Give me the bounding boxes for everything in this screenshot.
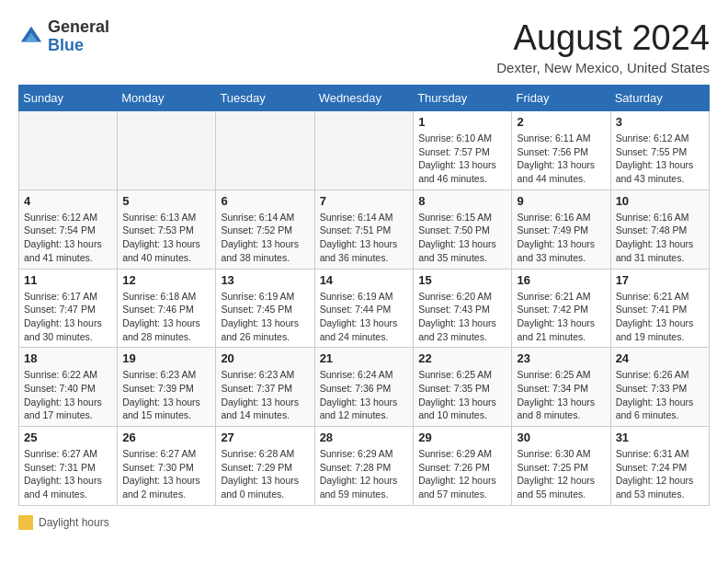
calendar-cell: 29Sunrise: 6:29 AMSunset: 7:26 PMDayligh…: [414, 427, 512, 506]
day-info: Sunrise: 6:29 AMSunset: 7:28 PMDaylight:…: [320, 447, 409, 501]
day-number: 15: [418, 273, 506, 287]
calendar-week-row: 11Sunrise: 6:17 AMSunset: 7:47 PMDayligh…: [19, 269, 710, 348]
calendar-week-row: 4Sunrise: 6:12 AMSunset: 7:54 PMDaylight…: [19, 190, 710, 269]
calendar-week-row: 18Sunrise: 6:22 AMSunset: 7:40 PMDayligh…: [19, 348, 710, 427]
title-area: August 2024 Dexter, New Mexico, United S…: [496, 18, 710, 75]
day-info: Sunrise: 6:13 AMSunset: 7:53 PMDaylight:…: [122, 211, 210, 265]
day-info: Sunrise: 6:23 AMSunset: 7:39 PMDaylight:…: [122, 368, 210, 422]
day-info: Sunrise: 6:29 AMSunset: 7:26 PMDaylight:…: [418, 447, 506, 501]
calendar-day-header: Thursday: [414, 86, 512, 111]
calendar-cell: 12Sunrise: 6:18 AMSunset: 7:46 PMDayligh…: [118, 269, 216, 348]
day-info: Sunrise: 6:16 AMSunset: 7:48 PMDaylight:…: [616, 211, 704, 265]
location: Dexter, New Mexico, United States: [496, 60, 710, 75]
calendar-week-row: 25Sunrise: 6:27 AMSunset: 7:31 PMDayligh…: [19, 427, 710, 506]
day-info: Sunrise: 6:23 AMSunset: 7:37 PMDaylight:…: [221, 368, 309, 422]
logo-icon: [18, 24, 44, 50]
calendar-cell: 14Sunrise: 6:19 AMSunset: 7:44 PMDayligh…: [314, 269, 414, 348]
day-info: Sunrise: 6:20 AMSunset: 7:43 PMDaylight:…: [418, 290, 506, 344]
calendar-cell: 28Sunrise: 6:29 AMSunset: 7:28 PMDayligh…: [314, 427, 414, 506]
day-info: Sunrise: 6:28 AMSunset: 7:29 PMDaylight:…: [221, 447, 309, 501]
calendar-day-header: Tuesday: [216, 86, 314, 111]
day-info: Sunrise: 6:12 AMSunset: 7:54 PMDaylight:…: [24, 211, 112, 265]
day-number: 11: [24, 273, 112, 287]
day-number: 20: [221, 351, 309, 365]
day-number: 28: [320, 431, 409, 444]
day-number: 25: [24, 431, 112, 444]
day-number: 9: [517, 194, 605, 208]
day-info: Sunrise: 6:21 AMSunset: 7:42 PMDaylight:…: [517, 290, 605, 344]
day-info: Sunrise: 6:19 AMSunset: 7:45 PMDaylight:…: [221, 290, 309, 344]
calendar-cell: 10Sunrise: 6:16 AMSunset: 7:48 PMDayligh…: [610, 190, 709, 269]
day-number: 17: [616, 273, 704, 287]
day-info: Sunrise: 6:16 AMSunset: 7:49 PMDaylight:…: [517, 211, 605, 265]
calendar-cell: [19, 111, 118, 190]
calendar-week-row: 1Sunrise: 6:10 AMSunset: 7:57 PMDaylight…: [19, 111, 710, 190]
calendar-cell: 25Sunrise: 6:27 AMSunset: 7:31 PMDayligh…: [19, 427, 118, 506]
day-info: Sunrise: 6:27 AMSunset: 7:30 PMDaylight:…: [122, 447, 210, 501]
day-info: Sunrise: 6:22 AMSunset: 7:40 PMDaylight:…: [24, 368, 112, 422]
calendar-cell: 5Sunrise: 6:13 AMSunset: 7:53 PMDaylight…: [118, 190, 216, 269]
daylight-label: Daylight hours: [39, 516, 109, 529]
day-number: 23: [517, 351, 605, 365]
calendar-cell: [118, 111, 216, 190]
calendar-cell: 18Sunrise: 6:22 AMSunset: 7:40 PMDayligh…: [19, 348, 118, 427]
day-info: Sunrise: 6:19 AMSunset: 7:44 PMDaylight:…: [320, 290, 409, 344]
day-number: 21: [320, 351, 409, 365]
calendar-day-header: Friday: [512, 86, 610, 111]
day-info: Sunrise: 6:30 AMSunset: 7:25 PMDaylight:…: [517, 447, 605, 501]
day-number: 29: [418, 431, 506, 444]
day-number: 6: [221, 194, 309, 208]
day-info: Sunrise: 6:27 AMSunset: 7:31 PMDaylight:…: [24, 447, 112, 501]
calendar-cell: 3Sunrise: 6:12 AMSunset: 7:55 PMDaylight…: [610, 111, 709, 190]
calendar-cell: 30Sunrise: 6:30 AMSunset: 7:25 PMDayligh…: [512, 427, 610, 506]
calendar-cell: 27Sunrise: 6:28 AMSunset: 7:29 PMDayligh…: [216, 427, 314, 506]
day-number: 19: [122, 351, 210, 365]
calendar-cell: 9Sunrise: 6:16 AMSunset: 7:49 PMDaylight…: [512, 190, 610, 269]
daylight-box-icon: [18, 515, 33, 530]
calendar-cell: 2Sunrise: 6:11 AMSunset: 7:56 PMDaylight…: [512, 111, 610, 190]
day-number: 8: [418, 194, 506, 208]
day-number: 3: [616, 115, 704, 129]
day-info: Sunrise: 6:14 AMSunset: 7:52 PMDaylight:…: [221, 211, 309, 265]
calendar-cell: [314, 111, 414, 190]
day-number: 18: [24, 351, 112, 365]
day-number: 30: [517, 431, 605, 444]
day-info: Sunrise: 6:25 AMSunset: 7:35 PMDaylight:…: [418, 368, 506, 422]
day-info: Sunrise: 6:26 AMSunset: 7:33 PMDaylight:…: [616, 368, 704, 422]
calendar-header-row: SundayMondayTuesdayWednesdayThursdayFrid…: [19, 86, 710, 111]
day-number: 27: [221, 431, 309, 444]
day-number: 7: [320, 194, 409, 208]
day-info: Sunrise: 6:12 AMSunset: 7:55 PMDaylight:…: [616, 132, 704, 186]
day-info: Sunrise: 6:25 AMSunset: 7:34 PMDaylight:…: [517, 368, 605, 422]
calendar-cell: 21Sunrise: 6:24 AMSunset: 7:36 PMDayligh…: [314, 348, 414, 427]
calendar-cell: 11Sunrise: 6:17 AMSunset: 7:47 PMDayligh…: [19, 269, 118, 348]
calendar-day-header: Wednesday: [314, 86, 414, 111]
calendar-day-header: Monday: [118, 86, 216, 111]
calendar-cell: 16Sunrise: 6:21 AMSunset: 7:42 PMDayligh…: [512, 269, 610, 348]
day-number: 26: [122, 431, 210, 444]
day-info: Sunrise: 6:21 AMSunset: 7:41 PMDaylight:…: [616, 290, 704, 344]
calendar-cell: 19Sunrise: 6:23 AMSunset: 7:39 PMDayligh…: [118, 348, 216, 427]
day-info: Sunrise: 6:14 AMSunset: 7:51 PMDaylight:…: [320, 211, 409, 265]
calendar-cell: 23Sunrise: 6:25 AMSunset: 7:34 PMDayligh…: [512, 348, 610, 427]
page-header: General Blue August 2024 Dexter, New Mex…: [18, 18, 710, 75]
calendar-cell: 20Sunrise: 6:23 AMSunset: 7:37 PMDayligh…: [216, 348, 314, 427]
day-number: 16: [517, 273, 605, 287]
day-info: Sunrise: 6:31 AMSunset: 7:24 PMDaylight:…: [616, 447, 704, 501]
calendar-day-header: Saturday: [610, 86, 709, 111]
calendar-cell: 17Sunrise: 6:21 AMSunset: 7:41 PMDayligh…: [610, 269, 709, 348]
day-number: 12: [122, 273, 210, 287]
calendar-cell: 8Sunrise: 6:15 AMSunset: 7:50 PMDaylight…: [414, 190, 512, 269]
logo: General Blue: [18, 18, 109, 55]
day-number: 24: [616, 351, 704, 365]
day-info: Sunrise: 6:24 AMSunset: 7:36 PMDaylight:…: [320, 368, 409, 422]
calendar-cell: 15Sunrise: 6:20 AMSunset: 7:43 PMDayligh…: [414, 269, 512, 348]
day-info: Sunrise: 6:10 AMSunset: 7:57 PMDaylight:…: [418, 132, 506, 186]
day-info: Sunrise: 6:18 AMSunset: 7:46 PMDaylight:…: [122, 290, 210, 344]
calendar-cell: 6Sunrise: 6:14 AMSunset: 7:52 PMDaylight…: [216, 190, 314, 269]
day-number: 10: [616, 194, 704, 208]
day-info: Sunrise: 6:17 AMSunset: 7:47 PMDaylight:…: [24, 290, 112, 344]
day-info: Sunrise: 6:11 AMSunset: 7:56 PMDaylight:…: [517, 132, 605, 186]
day-number: 22: [418, 351, 506, 365]
calendar-cell: 1Sunrise: 6:10 AMSunset: 7:57 PMDaylight…: [414, 111, 512, 190]
